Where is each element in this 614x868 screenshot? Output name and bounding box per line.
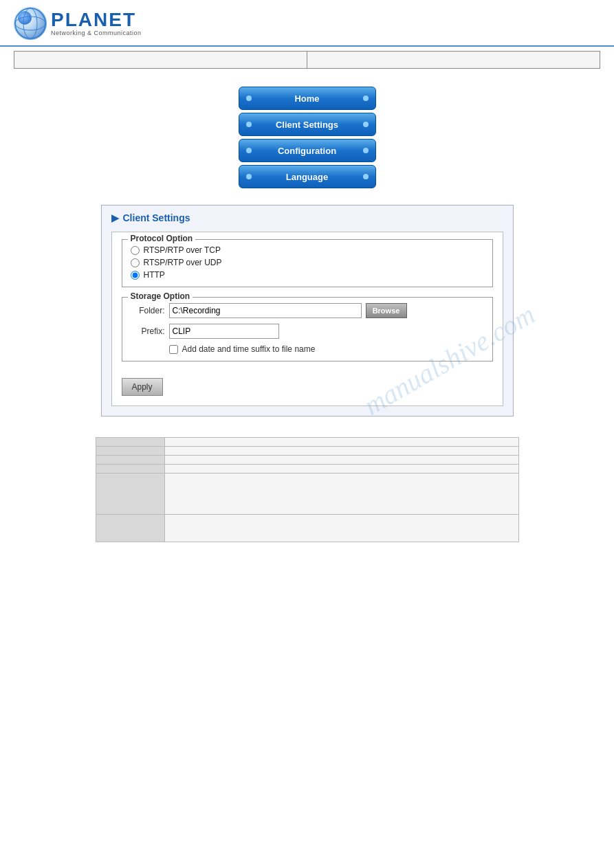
inner-panel: Protocol Option RTSP/RTP over TCP RTSP/R…	[111, 232, 503, 406]
http-radio[interactable]	[131, 271, 140, 280]
browse-button[interactable]: Browse	[366, 303, 407, 318]
table-cell-left	[96, 447, 164, 456]
checkbox-row: Add date and time suffix to file name	[169, 344, 484, 354]
table-row	[96, 515, 518, 542]
btn-dot-left3	[246, 148, 252, 153]
top-nav-cell-right[interactable]	[307, 52, 600, 68]
rtsp-udp-label: RTSP/RTP over UDP	[144, 258, 222, 267]
btn-dot-left4	[246, 174, 252, 179]
nav-client-settings-button[interactable]: Client Settings	[239, 113, 376, 136]
table-row	[96, 438, 518, 447]
logo-brand: PLANET	[51, 10, 142, 30]
table-row	[96, 456, 518, 465]
date-suffix-label: Add date and time suffix to file name	[182, 344, 316, 354]
header: PLANET Networking & Communication	[0, 0, 614, 47]
table-row-tall	[96, 474, 518, 515]
prefix-row: Prefix:	[131, 324, 484, 339]
logo-icon	[14, 7, 47, 40]
table-cell-left	[96, 474, 164, 515]
rtsp-tcp-option: RTSP/RTP over TCP	[131, 245, 484, 255]
bottom-table	[96, 437, 519, 542]
rtsp-tcp-radio[interactable]	[131, 246, 140, 255]
nav-home-label: Home	[252, 93, 363, 104]
table-row	[96, 465, 518, 474]
folder-label: Folder:	[131, 306, 165, 315]
date-suffix-checkbox[interactable]	[169, 345, 178, 354]
http-label: HTTP	[144, 270, 165, 280]
btn-dot-right3	[363, 148, 369, 153]
rtsp-udp-option: RTSP/RTP over UDP	[131, 258, 484, 267]
nav-language-label: Language	[252, 172, 363, 182]
logo-subtitle: Networking & Communication	[51, 30, 142, 36]
table-cell-right	[164, 438, 518, 447]
table-cell-right	[164, 447, 518, 456]
prefix-input[interactable]	[169, 324, 279, 339]
table-cell-right	[164, 474, 518, 515]
svg-point-2	[15, 16, 45, 30]
folder-input[interactable]	[169, 303, 362, 318]
rtsp-tcp-label: RTSP/RTP over TCP	[144, 245, 221, 255]
protocol-option-group: Protocol Option RTSP/RTP over TCP RTSP/R…	[122, 239, 493, 287]
table-cell-left	[96, 465, 164, 474]
table-cell-right	[164, 465, 518, 474]
logo-area: PLANET Networking & Communication	[14, 7, 600, 40]
btn-dot-right4	[363, 174, 369, 179]
storage-option-group: Storage Option Folder: Browse Prefix: Ad…	[122, 297, 493, 361]
http-option: HTTP	[131, 270, 484, 280]
btn-dot-left2	[246, 122, 252, 127]
main-content: Home Client Settings Configuration Langu…	[0, 73, 614, 556]
logo-text: PLANET Networking & Communication	[51, 10, 142, 36]
panel-title-icon: ▶	[111, 212, 119, 223]
svg-point-1	[23, 8, 37, 38]
top-nav-bar	[14, 51, 600, 69]
folder-row: Folder: Browse	[131, 303, 484, 318]
btn-dot-left	[246, 96, 252, 101]
client-settings-panel: ▶ Client Settings Protocol Option RTSP/R…	[101, 205, 514, 416]
protocol-legend: Protocol Option	[128, 234, 196, 243]
panel-title: ▶ Client Settings	[111, 212, 503, 223]
nav-buttons: Home Client Settings Configuration Langu…	[239, 87, 376, 188]
storage-legend: Storage Option	[128, 291, 193, 301]
rtsp-udp-radio[interactable]	[131, 258, 140, 267]
nav-home-button[interactable]: Home	[239, 87, 376, 110]
nav-configuration-button[interactable]: Configuration	[239, 139, 376, 162]
table-cell-left	[96, 515, 164, 542]
btn-dot-right	[363, 96, 369, 101]
svg-point-0	[15, 8, 45, 38]
btn-dot-right2	[363, 122, 369, 127]
nav-language-button[interactable]: Language	[239, 165, 376, 188]
table-row	[96, 447, 518, 456]
table-cell-left	[96, 438, 164, 447]
nav-client-settings-label: Client Settings	[252, 120, 363, 130]
table-cell-left	[96, 456, 164, 465]
table-cell-right	[164, 515, 518, 542]
table-cell-right	[164, 456, 518, 465]
top-nav-cell-left[interactable]	[14, 52, 307, 68]
prefix-label: Prefix:	[131, 326, 165, 336]
nav-configuration-label: Configuration	[252, 146, 363, 156]
apply-button[interactable]: Apply	[122, 378, 163, 396]
panel-title-text: Client Settings	[123, 212, 190, 223]
